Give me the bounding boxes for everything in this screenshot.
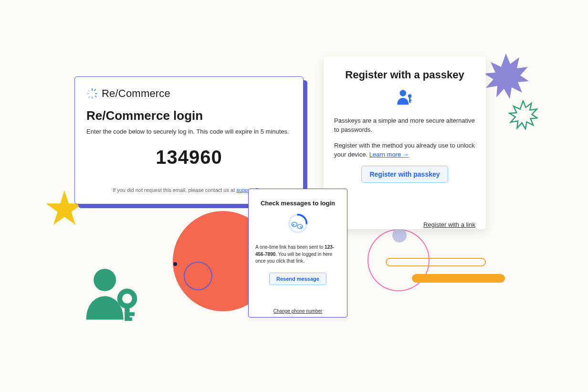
- svg-rect-15: [88, 96, 91, 98]
- svg-rect-10: [87, 93, 89, 94]
- resend-message-button[interactable]: Resend message: [269, 273, 326, 285]
- register-link-alt[interactable]: Register with a link: [423, 221, 475, 228]
- passkey-desc-1: Passkeys are a simple and more secure al…: [334, 117, 475, 135]
- svg-rect-7: [125, 317, 132, 321]
- passkey-body: Passkeys are a simple and more secure al…: [334, 117, 475, 159]
- svg-point-4: [120, 291, 135, 306]
- messages-body: A one-time link has been sent to 123-456…: [255, 244, 340, 265]
- svg-point-16: [399, 90, 406, 96]
- svg-rect-13: [94, 95, 97, 98]
- svg-rect-14: [94, 89, 96, 91]
- svg-point-3: [94, 269, 116, 291]
- brand-row: Re/Commerce: [86, 87, 292, 100]
- svg-rect-9: [92, 96, 93, 99]
- passkey-card: Register with a passkey Passkeys are a s…: [324, 56, 486, 229]
- register-passkey-button[interactable]: Register with passkey: [361, 166, 448, 183]
- learn-more-link[interactable]: Learn more →: [369, 151, 409, 158]
- svg-rect-12: [87, 90, 90, 92]
- login-subtitle: Enter the code below to securely log in.…: [86, 128, 292, 135]
- login-footer-text: If you did not request this email, pleas…: [113, 187, 236, 193]
- svg-rect-19: [409, 100, 411, 101]
- navy-dot: [173, 262, 177, 266]
- messages-card: Check messages to login A one-time link …: [248, 189, 347, 318]
- passkey-title: Register with a passkey: [334, 69, 475, 81]
- brand-name: Re/Commerce: [102, 87, 170, 100]
- messages-body-prefix: A one-time link has been sent to: [255, 244, 325, 250]
- messages-title: Check messages to login: [255, 200, 340, 207]
- lilac-dot: [392, 228, 407, 243]
- green-starburst-icon: [508, 100, 538, 130]
- pill-outline: [386, 258, 486, 266]
- person-key-blue-icon: [395, 89, 414, 105]
- login-code: 134960: [86, 147, 292, 168]
- chat-spinner-icon: [287, 212, 309, 234]
- svg-rect-20: [409, 101, 411, 102]
- purple-starburst-icon: [482, 53, 530, 100]
- change-phone-link[interactable]: Change phone number: [273, 308, 322, 314]
- pill-fill: [412, 274, 505, 283]
- person-key-teal-icon: [79, 263, 141, 325]
- login-card: Re/Commerce Re/Commerce login Enter the …: [74, 76, 304, 204]
- svg-marker-2: [509, 101, 537, 129]
- purple-ring: [184, 262, 212, 290]
- svg-rect-5: [125, 304, 129, 320]
- pink-ring: [368, 229, 430, 291]
- svg-marker-1: [484, 53, 529, 99]
- passkey-desc-2: Register with the method you already use…: [334, 141, 475, 159]
- svg-rect-11: [95, 93, 97, 94]
- svg-rect-6: [125, 312, 135, 316]
- login-title: Re/Commerce login: [86, 108, 292, 123]
- brand-spinner-icon: [86, 88, 98, 99]
- svg-rect-8: [92, 88, 93, 91]
